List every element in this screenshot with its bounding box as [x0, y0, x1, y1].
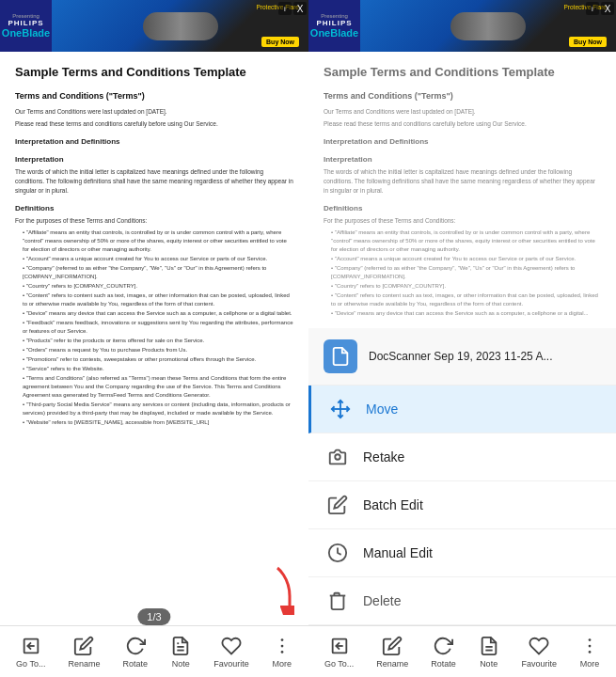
ad-banner-left[interactable]: Presenting PHILIPS OneBlade Protective F…: [0, 0, 308, 52]
list-item: • "Device" means any device that can acc…: [15, 309, 293, 318]
context-menu-move-label: Move: [366, 401, 398, 417]
context-menu-move[interactable]: Move: [308, 386, 616, 433]
doc-interpretation-text-right: The words of which the initial letter is…: [324, 167, 601, 195]
ad-close-right[interactable]: X: [601, 2, 614, 15]
doc-subtitle-left: Terms and Conditions ("Terms"): [15, 90, 293, 102]
move-icon: [330, 399, 351, 419]
list-item: • "Affiliate" means an entity that contr…: [15, 228, 293, 254]
ad-product-section-left: Protective Flare Buy Now: [52, 0, 308, 52]
toolbar-note-label-left: Note: [172, 659, 190, 669]
manual-edit-icon: [327, 543, 348, 563]
doc-definitions-title-left: Definitions: [15, 203, 293, 213]
ad-blade-right: [450, 12, 526, 40]
toolbar-rename-right[interactable]: Rename: [371, 632, 414, 672]
page-indicator: 1/3: [137, 608, 170, 625]
toolbar-rotate-label-left: Rotate: [123, 659, 149, 669]
toolbar-goto-label-left: Go To...: [16, 659, 45, 669]
toolbar-more-left[interactable]: More: [266, 632, 298, 672]
toolbar-note-right[interactable]: Note: [473, 632, 505, 672]
list-item: • "Country" refers to [COMPANY_COUNTRY].: [15, 282, 293, 291]
list-item: • "Feedback" means feedback, innovations…: [15, 319, 293, 336]
ad-info-right[interactable]: i: [586, 2, 599, 15]
toolbar-more-label-left: More: [273, 659, 292, 669]
delete-icon: [327, 590, 348, 611]
toolbar-rotate-left[interactable]: Rotate: [118, 632, 154, 672]
brand-name-right: PHILIPS: [316, 19, 352, 27]
list-item: • "Company" (referred to as either "the …: [15, 264, 293, 281]
doc-intro-right: Please read these terms and conditions c…: [324, 119, 601, 129]
list-item: • "Service" refers to the Website.: [15, 365, 293, 373]
svg-point-17: [589, 644, 592, 647]
ad-cta-left[interactable]: Buy Now: [261, 37, 299, 47]
doc-subtitle-right: Terms and Conditions ("Terms"): [324, 90, 601, 102]
toolbar-right: Go To... Rename Rotate: [308, 625, 616, 677]
toolbar-favourite-left[interactable]: Favourite: [208, 632, 255, 672]
doc-intro-left: Please read these terms and conditions c…: [15, 119, 293, 129]
svg-point-10: [335, 454, 340, 460]
brand-name-left: PHILIPS: [8, 19, 43, 27]
list-item: • "Account" means a unique account creat…: [15, 255, 293, 263]
context-menu-batch-edit[interactable]: Batch Edit: [308, 481, 616, 529]
svg-point-18: [589, 651, 592, 653]
toolbar-more-label-right: More: [580, 659, 600, 669]
doc-definitions-list-right: • "Affiliate" means an entity that contr…: [324, 228, 601, 318]
list-item: • "Terms and Conditions" (also referred …: [15, 374, 293, 400]
doc-definitions-intro-right: For the purposes of these Terms and Cond…: [324, 216, 601, 226]
doc-content-left: Sample Terms and Conditions Template Ter…: [0, 52, 308, 625]
context-menu-retake[interactable]: Retake: [308, 433, 616, 481]
doc-interpretation-title-right: Interpretation: [324, 154, 601, 165]
toolbar-favourite-label-left: Favourite: [213, 659, 249, 669]
ad-info-left[interactable]: i: [278, 2, 292, 15]
list-item: • "Affiliate" means an entity that contr…: [324, 228, 601, 254]
toolbar-goto-label-right: Go To...: [324, 659, 354, 669]
ad-banner-right[interactable]: Presenting PHILIPS OneBlade Protective F…: [308, 0, 616, 52]
context-menu-doc-icon: [324, 339, 357, 373]
red-arrow: [261, 563, 294, 622]
list-item: • "Device" means any device that can acc…: [324, 309, 601, 318]
left-panel: Presenting PHILIPS OneBlade Protective F…: [0, 0, 308, 677]
context-menu-batch-edit-label: Batch Edit: [363, 497, 423, 512]
doc-section1-left: Interpretation and Definitions: [15, 136, 293, 147]
context-menu-delete-label: Delete: [363, 593, 401, 608]
doc-title-right: Sample Terms and Conditions Template: [324, 65, 601, 81]
ad-blade-left: [143, 12, 218, 40]
context-menu-manual-edit-label: Manual Edit: [363, 545, 433, 560]
svg-point-6: [281, 644, 284, 647]
right-panel: Presenting PHILIPS OneBlade Protective F…: [308, 0, 616, 677]
list-item: • "Country" refers to [COMPANY_COUNTRY].: [324, 282, 601, 291]
doc-interpretation-title-left: Interpretation: [15, 154, 293, 165]
doc-definitions-list-left: • "Affiliate" means an entity that contr…: [15, 228, 293, 427]
svg-point-5: [281, 638, 284, 641]
toolbar-favourite-right[interactable]: Favourite: [516, 632, 563, 672]
philips-logo-left: Presenting PHILIPS OneBlade: [0, 0, 52, 52]
toolbar-more-right[interactable]: More: [574, 632, 606, 672]
toolbar-note-left[interactable]: Note: [165, 632, 197, 672]
ad-cta-right[interactable]: Buy Now: [569, 37, 607, 47]
list-item: • "Content" refers to content such as te…: [324, 291, 601, 308]
context-menu-retake-label: Retake: [363, 449, 404, 464]
doc-definitions-intro-left: For the purposes of these Terms and Cond…: [15, 216, 293, 226]
philips-logo-right: Presenting PHILIPS OneBlade: [308, 0, 360, 52]
doc-title-left: Sample Terms and Conditions Template: [15, 65, 293, 81]
doc-interpretation-text-left: The words of which the initial letter is…: [15, 167, 293, 195]
toolbar-note-label-right: Note: [480, 659, 498, 669]
toolbar-goto-right[interactable]: Go To...: [319, 632, 359, 672]
list-item: • "Website" refers to [WEBSITE_NAME], ac…: [15, 418, 293, 427]
toolbar-rotate-label-right: Rotate: [431, 659, 456, 669]
context-menu-manual-edit[interactable]: Manual Edit: [308, 529, 616, 577]
toolbar-rotate-right[interactable]: Rotate: [425, 632, 462, 672]
doc-updated-right: Our Terms and Conditions were last updat…: [324, 107, 601, 117]
context-menu-delete[interactable]: Delete: [308, 577, 616, 625]
toolbar-goto-left[interactable]: Go To...: [10, 632, 51, 672]
list-item: • "Account" means a unique account creat…: [324, 255, 601, 263]
doc-updated-left: Our Terms and Conditions were last updat…: [15, 107, 293, 117]
toolbar-rename-left[interactable]: Rename: [62, 632, 105, 672]
ad-product-section-right: Protective Flare Buy Now: [360, 0, 616, 52]
batch-edit-icon: [327, 495, 348, 515]
list-item: • "Products" refer to the products or it…: [15, 337, 293, 345]
product-name-right: OneBlade: [310, 27, 358, 39]
toolbar-favourite-label-right: Favourite: [522, 659, 558, 669]
list-item: • "Orders" means a request by You to pur…: [15, 346, 293, 354]
context-menu-header: DocScanner Sep 19, 2023 11-25 A...: [308, 328, 616, 386]
ad-close-left[interactable]: X: [293, 2, 307, 15]
